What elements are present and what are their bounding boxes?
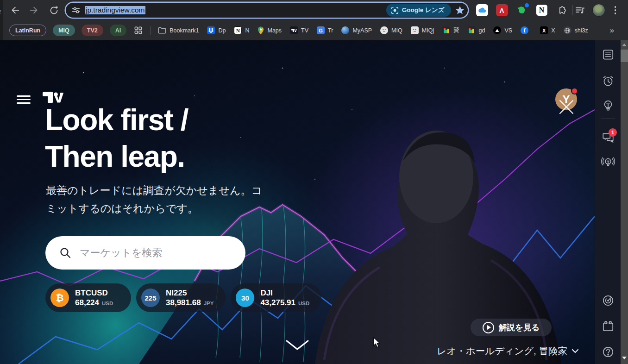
triangle-icon xyxy=(493,26,501,34)
ticker-row: ₿ BTCUSD 68,224USD 225 NI225 38,981.68JP… xyxy=(45,283,321,312)
help-icon[interactable] xyxy=(601,345,615,359)
ticker-btcusd[interactable]: ₿ BTCUSD 68,224USD xyxy=(45,283,131,312)
lens-label: Google レンズ xyxy=(402,6,445,14)
acrobat-extension-icon[interactable]: Λ xyxy=(496,4,508,16)
chrome-menu-button[interactable] xyxy=(612,3,619,17)
streams-icon[interactable] xyxy=(601,155,615,169)
bookmark-facebook[interactable]: f xyxy=(520,24,533,37)
bookmark-maps[interactable]: Maps xyxy=(257,24,283,37)
tab-group-miq[interactable]: MIQ xyxy=(53,25,75,36)
bookmark-tradingview[interactable]: TV xyxy=(289,24,309,37)
search-icon xyxy=(59,247,71,259)
reload-icon xyxy=(49,6,59,15)
notion-extension-icon[interactable]: N xyxy=(536,4,548,16)
bookmarks-overflow-chevron[interactable]: » xyxy=(610,26,614,35)
bookmark-vs[interactable]: VS xyxy=(492,24,513,37)
extensions-puzzle-icon[interactable] xyxy=(556,4,568,16)
btc-icon: ₿ xyxy=(50,289,69,307)
back-arrow-icon xyxy=(10,5,20,15)
toolbar-separator xyxy=(572,5,573,15)
translate-icon: G xyxy=(317,26,325,34)
screener-radar-icon[interactable] xyxy=(601,294,615,308)
window-edge-strip: 2 xyxy=(0,0,3,40)
ticker-ni225[interactable]: 225 NI225 38,981.68JPY xyxy=(136,283,226,312)
edge-label: 2 xyxy=(0,9,1,14)
bookmark-shi3z[interactable]: shi3z xyxy=(563,24,589,37)
bookmark-miq[interactable]: MIQ xyxy=(379,24,403,37)
bookmark-translate[interactable]: G Tr xyxy=(316,24,334,37)
apps-grid-icon[interactable] xyxy=(134,26,143,35)
forward-button[interactable] xyxy=(27,3,42,18)
site-settings-icon[interactable] xyxy=(71,6,81,15)
browser-window: jp.tradingview.com Google レンズ Λ N xyxy=(0,0,628,364)
scrollbar-up-arrow[interactable] xyxy=(622,44,627,46)
profile-avatar[interactable] xyxy=(592,4,605,17)
icloud-extension-icon[interactable] xyxy=(476,4,488,16)
bookmark-star-icon[interactable] xyxy=(455,5,465,15)
evernote-badge xyxy=(525,3,529,7)
close-hero-button[interactable] xyxy=(558,99,575,115)
back-button[interactable] xyxy=(7,3,22,18)
color-blocks-icon xyxy=(442,26,450,34)
face-icon xyxy=(411,26,419,34)
watch-explainer-button[interactable]: 解説を見る xyxy=(471,319,552,336)
reload-button[interactable] xyxy=(46,3,61,18)
bookmark-x[interactable]: X X xyxy=(539,24,556,37)
scrollbar-thumb[interactable] xyxy=(621,50,628,62)
tab-group-latinrun[interactable]: LatinRun xyxy=(9,25,46,36)
bookmark-notion[interactable]: N N xyxy=(233,24,250,37)
bookmark-miqj[interactable]: MIQj xyxy=(410,24,435,37)
bookmark-gd[interactable]: gd xyxy=(467,24,486,37)
bookmarks-bar: LatinRun MIQ TV2 AI Bookmark1 Dp N N Map… xyxy=(0,20,628,40)
google-lens-button[interactable]: Google レンズ xyxy=(386,4,451,17)
forward-arrow-icon xyxy=(29,5,39,15)
ticker-dji[interactable]: 30 DJI 43,275.91USD xyxy=(231,283,321,312)
globe-icon xyxy=(341,26,349,34)
x-icon: X xyxy=(540,26,548,34)
nikkei-icon: 225 xyxy=(141,289,160,307)
page-viewport: Y Look first / Then leap. 最善のトレードには調査が欠か… xyxy=(0,40,628,364)
maps-icon xyxy=(257,26,264,35)
headline-line1: Look first / xyxy=(45,102,188,138)
market-search-box[interactable] xyxy=(45,236,245,270)
cloud-icon xyxy=(478,7,486,13)
calendar-icon[interactable] xyxy=(601,320,615,333)
hero-subtitle: 最善のトレードには調査が欠かせません。コ ミットするのはそれからです。 xyxy=(46,182,262,218)
play-icon xyxy=(483,322,494,333)
folder-icon xyxy=(158,27,166,34)
page-scrollbar[interactable] xyxy=(621,40,628,364)
character-caption[interactable]: レオ・ホールディング, 冒険家 xyxy=(437,345,579,358)
bookmarks-separator xyxy=(150,26,151,35)
facebook-icon: f xyxy=(521,26,528,34)
address-bar[interactable]: jp.tradingview.com Google レンズ xyxy=(66,3,468,18)
hamburger-menu-button[interactable] xyxy=(17,93,31,107)
tab-group-tv2[interactable]: TV2 xyxy=(82,25,103,36)
bookmark-bookmark1[interactable]: Bookmark1 xyxy=(157,24,200,37)
alerts-clock-icon[interactable] xyxy=(601,74,615,88)
lens-icon xyxy=(391,6,399,14)
mouse-cursor xyxy=(373,337,381,348)
tradingview-icon xyxy=(290,26,298,34)
search-input[interactable] xyxy=(80,247,236,259)
watchlist-icon[interactable] xyxy=(601,48,615,62)
bookmark-ken[interactable]: 賢 xyxy=(441,24,460,37)
evernote-extension-icon[interactable] xyxy=(516,4,528,16)
sidebar-divider xyxy=(601,118,615,119)
dow-icon: 30 xyxy=(236,289,254,307)
tab-group-ai[interactable]: AI xyxy=(110,25,127,36)
url-text[interactable]: jp.tradingview.com xyxy=(85,6,386,14)
tradingview-sidebar: 1 xyxy=(595,40,621,364)
tradingview-hero: Y Look first / Then leap. 最善のトレードには調査が欠か… xyxy=(0,40,595,364)
notion-icon: N xyxy=(234,26,242,34)
bookmark-myasp[interactable]: MyASP xyxy=(340,24,373,37)
browser-toolbar: jp.tradingview.com Google レンズ Λ N xyxy=(0,0,628,20)
media-controls-icon[interactable] xyxy=(575,5,586,16)
hero-headline: Look first / Then leap. xyxy=(45,102,188,175)
bookmark-dropbox[interactable]: Dp xyxy=(206,24,226,37)
globe-icon xyxy=(564,26,571,34)
ideas-lightbulb-icon[interactable] xyxy=(601,99,615,113)
dropbox-icon xyxy=(207,26,215,34)
scrollbar-down-arrow[interactable] xyxy=(622,357,627,359)
headline-line2: Then leap. xyxy=(45,138,188,175)
scroll-down-chevron[interactable] xyxy=(285,339,310,351)
